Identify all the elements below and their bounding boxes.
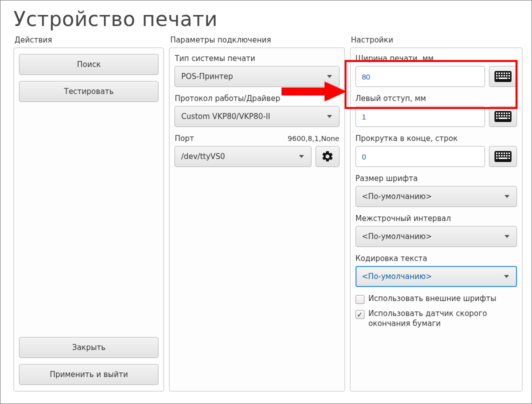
print-width-label: Ширина печати, мм bbox=[356, 54, 517, 63]
text-encoding-value: <По-умолчанию> bbox=[362, 272, 432, 281]
svg-rect-17 bbox=[496, 112, 498, 114]
columns-wrapper: Действия Поиск Тестировать Закрыть Приме… bbox=[14, 36, 522, 392]
left-margin-input[interactable] bbox=[356, 106, 485, 127]
svg-rect-37 bbox=[506, 152, 508, 154]
svg-rect-31 bbox=[508, 118, 510, 119]
svg-rect-29 bbox=[496, 118, 498, 119]
keyboard-button-scroll-end[interactable] bbox=[489, 146, 517, 167]
svg-rect-19 bbox=[501, 112, 502, 114]
svg-rect-8 bbox=[498, 75, 500, 76]
protocol-value: Custom VKP80/VKP80-II bbox=[181, 112, 270, 121]
chevron-down-icon bbox=[504, 195, 510, 198]
use-external-fonts-label: Использовать внешние шрифты bbox=[368, 294, 496, 304]
checkbox-icon bbox=[356, 310, 364, 319]
svg-rect-47 bbox=[508, 158, 510, 159]
close-button[interactable]: Закрыть bbox=[19, 337, 158, 358]
keyboard-icon bbox=[494, 151, 512, 162]
chevron-down-icon bbox=[299, 155, 304, 158]
svg-rect-41 bbox=[501, 155, 502, 156]
svg-rect-9 bbox=[501, 75, 502, 76]
svg-rect-13 bbox=[496, 78, 498, 79]
column-actions: Действия Поиск Тестировать Закрыть Приме… bbox=[14, 36, 164, 392]
actions-panel: Поиск Тестировать Закрыть Применить и вы… bbox=[14, 48, 164, 392]
svg-rect-23 bbox=[496, 115, 498, 116]
apply-and-exit-button[interactable]: Применить и выйти bbox=[19, 364, 158, 385]
search-button[interactable]: Поиск bbox=[19, 54, 158, 75]
font-size-label-text: Размер шрифта bbox=[356, 174, 418, 183]
settings-panel: Ширина печати, мм Левый отступ, мм bbox=[350, 48, 522, 392]
chevron-down-icon bbox=[504, 235, 510, 238]
settings-header: Настройки bbox=[350, 36, 522, 48]
keyboard-button-print-width[interactable] bbox=[489, 66, 517, 87]
svg-rect-27 bbox=[506, 115, 508, 116]
line-spacing-value: <По-умолчанию> bbox=[362, 232, 432, 241]
svg-rect-38 bbox=[508, 152, 510, 154]
left-margin-label-text: Левый отступ, мм bbox=[356, 94, 426, 103]
svg-rect-33 bbox=[496, 152, 498, 154]
svg-rect-34 bbox=[498, 152, 500, 154]
port-label-text: Порт bbox=[174, 134, 194, 143]
font-size-select[interactable]: <По-умолчанию> bbox=[356, 186, 517, 207]
column-connection-params: Параметры подключения Тип системы печати… bbox=[169, 36, 344, 392]
line-spacing-label-text: Межстрочный интервал bbox=[356, 214, 451, 223]
svg-rect-12 bbox=[508, 75, 510, 76]
svg-rect-25 bbox=[501, 115, 502, 116]
svg-rect-40 bbox=[498, 155, 500, 156]
svg-rect-15 bbox=[508, 78, 510, 79]
svg-rect-45 bbox=[496, 158, 498, 159]
print-width-input[interactable] bbox=[356, 66, 485, 87]
svg-rect-14 bbox=[498, 78, 508, 79]
svg-rect-43 bbox=[506, 155, 508, 156]
left-margin-label: Левый отступ, мм bbox=[356, 94, 517, 103]
port-settings-button[interactable] bbox=[316, 146, 340, 167]
port-select[interactable]: /dev/ttyVS0 bbox=[174, 146, 311, 167]
use-paper-sensor-label: Использовать датчик скорого окончания бу… bbox=[368, 309, 517, 328]
svg-rect-2 bbox=[498, 72, 500, 74]
protocol-label: Протокол работы/Драйвер bbox=[174, 94, 339, 103]
svg-rect-42 bbox=[504, 155, 505, 156]
text-encoding-select[interactable]: <По-умолчанию> bbox=[356, 266, 517, 287]
svg-rect-36 bbox=[504, 152, 505, 154]
svg-rect-39 bbox=[496, 155, 498, 156]
protocol-select[interactable]: Custom VKP80/VKP80-II bbox=[174, 106, 339, 127]
svg-rect-22 bbox=[508, 112, 510, 114]
svg-rect-46 bbox=[498, 158, 508, 159]
column-settings: Настройки Ширина печати, мм Левый отс bbox=[350, 36, 522, 392]
chevron-down-icon bbox=[327, 115, 332, 118]
svg-rect-28 bbox=[508, 115, 510, 116]
svg-rect-18 bbox=[498, 112, 500, 114]
svg-rect-3 bbox=[501, 72, 502, 74]
line-spacing-label: Межстрочный интервал bbox=[356, 214, 517, 223]
keyboard-icon bbox=[494, 111, 512, 122]
port-settings-text: 9600,8,1,None bbox=[288, 134, 339, 142]
page-title: Устройство печати bbox=[14, 8, 522, 30]
print-system-select[interactable]: POS-Принтер bbox=[174, 66, 339, 87]
svg-rect-30 bbox=[498, 118, 508, 119]
keyboard-button-left-margin[interactable] bbox=[489, 106, 517, 127]
scroll-end-input[interactable] bbox=[356, 146, 485, 167]
svg-rect-6 bbox=[508, 72, 510, 74]
svg-rect-24 bbox=[498, 115, 500, 116]
printer-device-window: Устройство печати Действия Поиск Тестиро… bbox=[0, 0, 532, 404]
test-button[interactable]: Тестировать bbox=[19, 81, 158, 102]
svg-rect-7 bbox=[496, 75, 498, 76]
protocol-label-text: Протокол работы/Драйвер bbox=[174, 94, 280, 103]
print-system-value: POS-Принтер bbox=[181, 72, 233, 81]
use-paper-sensor-checkbox[interactable]: Использовать датчик скорого окончания бу… bbox=[356, 309, 517, 328]
scroll-end-label-text: Прокрутка в конце, строк bbox=[356, 134, 458, 143]
line-spacing-select[interactable]: <По-умолчанию> bbox=[356, 226, 517, 247]
svg-rect-1 bbox=[496, 72, 498, 74]
svg-rect-44 bbox=[508, 155, 510, 156]
svg-rect-21 bbox=[506, 112, 508, 114]
checkbox-icon bbox=[356, 295, 364, 304]
print-system-label: Тип системы печати bbox=[174, 54, 339, 63]
keyboard-icon bbox=[494, 71, 512, 82]
svg-rect-35 bbox=[501, 152, 502, 154]
chevron-down-icon bbox=[504, 275, 509, 278]
text-encoding-label-text: Кодировка текста bbox=[356, 254, 428, 263]
port-label: Порт 9600,8,1,None bbox=[174, 134, 339, 143]
svg-rect-26 bbox=[504, 115, 505, 116]
use-external-fonts-checkbox[interactable]: Использовать внешние шрифты bbox=[356, 294, 517, 304]
svg-rect-5 bbox=[506, 72, 508, 74]
gear-icon bbox=[321, 150, 334, 163]
